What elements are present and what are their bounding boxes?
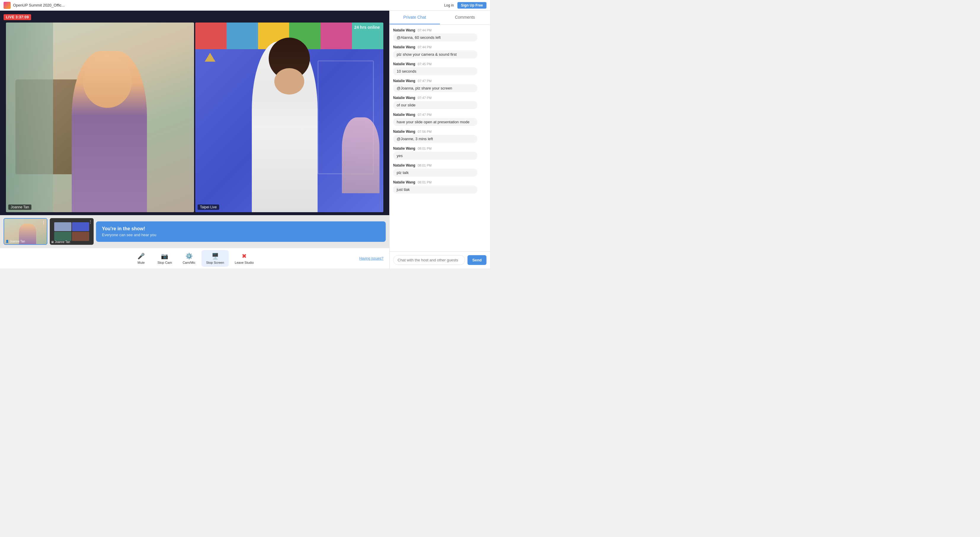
live-badge: LIVE 3:37:09 (3, 14, 31, 20)
chat-author-9: Natalie Wang (393, 163, 415, 167)
leave-label: Leave Studio (235, 261, 254, 265)
chat-time-6: 07:47 PM (418, 113, 432, 116)
mute-icon: 🎤 (137, 252, 145, 260)
chat-message-7: Natalie Wang 07:56 PM @Joanne, 3 mins le… (393, 129, 487, 143)
chat-message-5: Natalie Wang 07:47 PM of our slide (393, 96, 487, 109)
taipei-online-text: 24 hrs online (354, 25, 380, 30)
video-main: LIVE 3:37:09 (0, 11, 389, 215)
chat-time-8: 08:01 PM (418, 147, 432, 150)
chat-time-10: 08:01 PM (418, 180, 432, 184)
chat-author-6: Natalie Wang (393, 113, 415, 117)
chat-bubble-8: yes (393, 152, 477, 160)
leave-icon: ✖ (242, 252, 247, 260)
chat-author-5: Natalie Wang (393, 96, 415, 100)
thumb-name-1: 👤 Joanne Tan (5, 240, 25, 243)
settings-icon: ⚙️ (185, 252, 193, 260)
chat-message-1: Natalie Wang 07:44 PM @Alanna, 60 second… (393, 28, 487, 41)
chat-bubble-5: of our slide (393, 101, 477, 109)
chat-meta-4: Natalie Wang 07:47 PM (393, 79, 487, 83)
chat-input-area: Send (390, 251, 490, 269)
notification-title: You're in the show! (102, 226, 380, 231)
stop-cam-button[interactable]: 📷 Stop Cam (153, 250, 177, 267)
login-button[interactable]: Log in (441, 2, 457, 9)
chat-bubble-2: plz show your camera & sound first (393, 50, 477, 58)
tab-comments[interactable]: Comments (440, 11, 490, 24)
chat-message-9: Natalie Wang 08:01 PM plz talk (393, 163, 487, 177)
chat-message-10: Natalie Wang 08:01 PM just tlak (393, 180, 487, 193)
mute-label: Mute (137, 261, 145, 265)
chat-tabs: Private Chat Comments (390, 11, 490, 25)
video-bottom: ⋮ 👤 Joanne Tan ⋮ 🖥 Joanne Tan (0, 215, 389, 248)
thumb-cell-2 (72, 222, 89, 231)
cam-mic-label: Cam/Mic (183, 261, 195, 265)
thumb-cell-3 (54, 232, 72, 241)
app-title: OpenUP Summit 2020_Offic... (13, 3, 65, 7)
chat-author-7: Natalie Wang (393, 129, 415, 134)
thumbnail-card-2[interactable]: ⋮ 🖥 Joanne Tan (50, 218, 94, 245)
chat-author-8: Natalie Wang (393, 147, 415, 151)
chat-meta-1: Natalie Wang 07:44 PM (393, 28, 487, 32)
chat-author-3: Natalie Wang (393, 62, 415, 66)
video-grid: Joanne Tan (0, 11, 389, 215)
chat-bubble-6: have your slide open at presentation mod… (393, 118, 477, 126)
thumb-inner-grid (54, 222, 89, 241)
thumb-name-2: 🖥 Joanne Tan (51, 241, 70, 244)
chat-meta-2: Natalie Wang 07:44 PM (393, 45, 487, 49)
controls-bar: 🎤 Mute 📷 Stop Cam ⚙️ Cam/Mic 🖥️ Stop Scr… (0, 248, 389, 269)
notification-box: You're in the show! Everyone can see and… (96, 221, 386, 242)
having-issues-link[interactable]: Having issues? (360, 257, 383, 260)
video-label-left: Joanne Tan (8, 204, 32, 210)
chat-meta-3: Natalie Wang 07:45 PM (393, 62, 487, 66)
chat-bubble-4: @Joanna, plz share your screen (393, 84, 477, 92)
chat-send-button[interactable]: Send (468, 255, 487, 265)
video-label-right: Taipei Live (197, 204, 219, 210)
thumb-menu-1[interactable]: ⋮ (41, 220, 46, 225)
thumb-cell-4 (72, 232, 89, 241)
cam-mic-button[interactable]: ⚙️ Cam/Mic (178, 250, 200, 267)
thumb-menu-2[interactable]: ⋮ (88, 219, 92, 224)
leave-studio-button[interactable]: ✖ Leave Studio (230, 250, 258, 267)
chat-meta-9: Natalie Wang 08:01 PM (393, 163, 487, 167)
chat-meta-6: Natalie Wang 07:47 PM (393, 113, 487, 117)
chat-meta-7: Natalie Wang 07:56 PM (393, 129, 487, 134)
chat-author-4: Natalie Wang (393, 79, 415, 83)
header: OpenUP Summit 2020_Offic... Log in Sign … (0, 0, 490, 11)
chat-bubble-10: just tlak (393, 185, 477, 193)
stop-screen-button[interactable]: 🖥️ Stop Screen (202, 250, 229, 267)
chat-message-3: Natalie Wang 07:45 PM 10 seconds (393, 62, 487, 75)
chat-time-3: 07:45 PM (418, 62, 432, 66)
chat-message-4: Natalie Wang 07:47 PM @Joanna, plz share… (393, 79, 487, 92)
mute-button[interactable]: 🎤 Mute (130, 250, 151, 267)
chat-meta-5: Natalie Wang 07:47 PM (393, 96, 487, 100)
chat-panel: Private Chat Comments Natalie Wang 07:44… (389, 11, 490, 269)
chat-time-7: 07:56 PM (418, 130, 432, 133)
stop-cam-label: Stop Cam (157, 261, 172, 265)
chat-messages: Natalie Wang 07:44 PM @Alanna, 60 second… (390, 25, 490, 251)
video-area: LIVE 3:37:09 (0, 11, 389, 269)
chat-time-1: 07:44 PM (418, 29, 432, 32)
stop-screen-label: Stop Screen (206, 261, 224, 265)
chat-time-9: 08:01 PM (418, 164, 432, 167)
chat-message-6: Natalie Wang 07:47 PM have your slide op… (393, 113, 487, 126)
chat-message-8: Natalie Wang 08:01 PM yes (393, 147, 487, 160)
thumbnail-card-1[interactable]: ⋮ 👤 Joanne Tan (3, 218, 48, 245)
main-layout: LIVE 3:37:09 (0, 11, 490, 269)
cam-icon: 📷 (161, 252, 168, 260)
chat-author-1: Natalie Wang (393, 28, 415, 32)
tab-private-chat[interactable]: Private Chat (390, 11, 440, 24)
chat-bubble-1: @Alanna, 60 seconds left (393, 33, 477, 41)
chat-meta-8: Natalie Wang 08:01 PM (393, 147, 487, 151)
chat-meta-10: Natalie Wang 08:01 PM (393, 180, 487, 184)
chat-bubble-7: @Joanne, 3 mins left (393, 135, 477, 143)
signup-button[interactable]: Sign Up Free (457, 2, 487, 9)
chat-bubble-3: 10 seconds (393, 67, 477, 75)
video-cell-right: 24 hrs online Taipei Live (195, 22, 383, 212)
video-cell-left: Joanne Tan (6, 22, 194, 212)
logo-icon (3, 2, 11, 9)
chat-time-4: 07:47 PM (418, 79, 432, 83)
chat-author-2: Natalie Wang (393, 45, 415, 49)
screen-icon: 🖥️ (212, 252, 219, 260)
chat-time-2: 07:44 PM (418, 45, 432, 49)
chat-input[interactable] (393, 255, 465, 265)
notification-subtitle: Everyone can see and hear you (102, 233, 380, 237)
